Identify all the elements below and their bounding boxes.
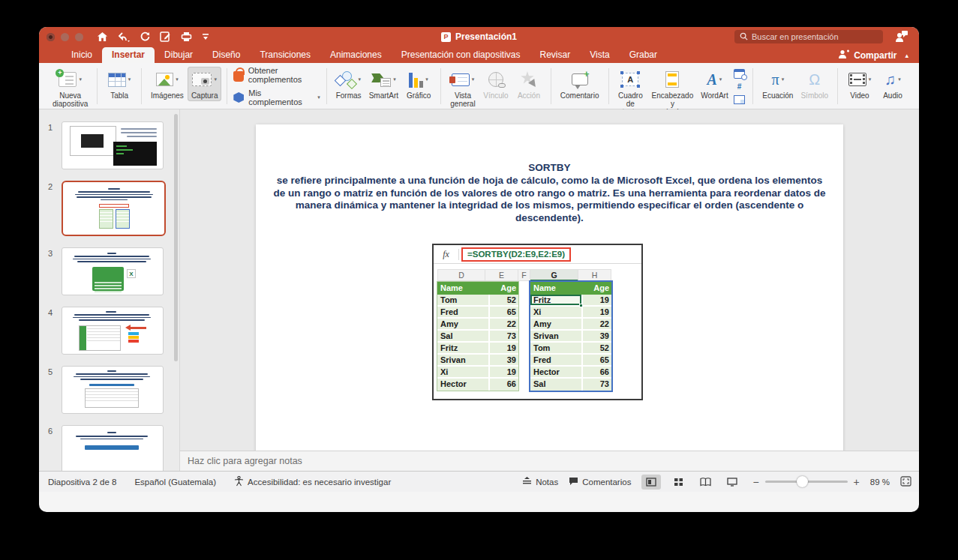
slide-sorter-view-button[interactable] <box>668 475 688 490</box>
slide-thumbnail-4[interactable] <box>62 307 164 355</box>
name-cell: Tom <box>530 343 581 353</box>
zoom-slider[interactable] <box>765 481 848 483</box>
redo-icon[interactable] <box>140 31 150 42</box>
source-age-header: Age <box>488 282 518 295</box>
slide-thumbnail-2-selected[interactable] <box>62 181 166 236</box>
overview-button[interactable]: ▾ Vista general <box>446 67 479 109</box>
table-row: Xi19 <box>530 307 611 319</box>
search-input[interactable]: Buscar en presentación <box>734 30 883 43</box>
zoom-control: − + <box>752 476 859 488</box>
share-button[interactable]: Compartir ▴ <box>838 49 908 61</box>
slide-body-text[interactable]: se refiere principalmente a una función … <box>273 175 825 224</box>
thumbnail-scrollbar[interactable] <box>174 114 178 361</box>
table-icon <box>108 73 126 87</box>
get-addins-button[interactable]: Obtener complementos <box>233 66 320 84</box>
qat-customize-icon[interactable] <box>202 33 209 40</box>
share-person-icon <box>838 49 850 61</box>
ribbon-collapse-icon[interactable]: ▴ <box>905 52 908 59</box>
powerpoint-doc-icon: P <box>441 32 451 42</box>
comment-button[interactable]: + Comentario <box>557 67 603 101</box>
age-cell: 73 <box>581 379 611 391</box>
undo-icon[interactable] <box>118 32 130 42</box>
name-cell: Srivan <box>437 355 488 365</box>
tab-inicio[interactable]: Inicio <box>62 47 102 63</box>
pictures-button[interactable]: ▾ Imágenes <box>147 67 188 101</box>
shapes-button[interactable]: ▾ Formas <box>332 67 365 101</box>
my-addins-button[interactable]: Mis complementos ▾ <box>233 88 320 106</box>
presenter-coach-icon[interactable] <box>895 30 908 46</box>
slide-counter[interactable]: Diapositiva 2 de 8 <box>48 478 116 487</box>
zoom-slider-thumb[interactable] <box>797 476 808 487</box>
age-cell: 66 <box>488 379 518 391</box>
minimize-window-button[interactable] <box>61 33 69 41</box>
zoom-in-button[interactable]: + <box>854 476 860 488</box>
column-header-h: H <box>578 269 611 281</box>
notes-pane[interactable]: Haz clic para agregar notas <box>180 451 919 471</box>
comments-icon <box>569 477 578 487</box>
home-icon[interactable] <box>97 31 108 42</box>
age-cell: 19 <box>488 343 518 353</box>
tab-presentacion[interactable]: Presentación con diapositivas <box>392 47 530 63</box>
notes-toggle[interactable]: Notas <box>522 477 558 487</box>
screenshot-button[interactable]: ▾ Captura <box>188 67 222 101</box>
current-slide[interactable]: SORTBY se refiere principalmente a una f… <box>256 124 843 454</box>
excel-formula: =SORTBY(D2:E9,E2:E9) <box>461 247 571 262</box>
tab-vista[interactable]: Vista <box>580 47 619 63</box>
search-icon <box>740 32 748 42</box>
column-header-d: D <box>437 269 485 281</box>
equation-button[interactable]: π▾ Ecuación <box>758 67 797 101</box>
save-icon[interactable] <box>160 31 171 42</box>
fit-slide-button[interactable] <box>900 476 911 488</box>
slide-canvas: SORTBY se refiere principalmente a una f… <box>180 109 919 471</box>
age-cell: 66 <box>581 367 611 377</box>
new-slide-button[interactable]: +▾ Nueva diapositiva <box>49 67 92 109</box>
slideshow-view-button[interactable] <box>722 475 742 490</box>
tab-insertar[interactable]: Insertar <box>102 47 155 63</box>
tab-transiciones[interactable]: Transiciones <box>250 47 320 63</box>
excel-screenshot-figure[interactable]: fx =SORTBY(D2:E9,E2:E9) D E F G H <box>432 244 643 400</box>
comments-toggle[interactable]: Comentarios <box>569 477 631 487</box>
slide-thumbnail-3[interactable]: X <box>62 247 164 295</box>
wordart-button[interactable]: A▾ WordArt <box>698 67 731 101</box>
tab-animaciones[interactable]: Animaciones <box>320 47 392 63</box>
tab-diseno[interactable]: Diseño <box>203 47 250 63</box>
print-icon[interactable] <box>181 31 192 42</box>
name-cell: Amy <box>437 319 488 329</box>
name-cell: Sal <box>530 379 581 391</box>
zoom-percentage[interactable]: 89 % <box>870 478 890 487</box>
slide-thumbnail-5[interactable] <box>62 366 164 414</box>
object-icon <box>734 95 745 104</box>
table-row: Fred65 <box>437 307 518 319</box>
video-button[interactable]: ▾ Video <box>843 67 876 101</box>
excel-column-headers: D E F G H <box>434 269 641 281</box>
normal-view-button[interactable] <box>641 475 661 490</box>
tab-revisar[interactable]: Revisar <box>530 47 580 63</box>
name-cell: Hector <box>530 367 581 377</box>
table-row: Hector66 <box>437 379 518 391</box>
age-cell: 52 <box>488 295 518 305</box>
close-window-button[interactable] <box>47 33 55 41</box>
slide-title[interactable]: SORTBY <box>256 162 843 173</box>
reading-view-button[interactable] <box>695 475 715 490</box>
notes-icon <box>522 477 532 487</box>
table-row: Tom52 <box>530 343 611 355</box>
chart-button[interactable]: ▾ Gráfico <box>402 67 435 101</box>
language-indicator[interactable]: Español (Guatemala) <box>134 478 216 487</box>
date-time-button[interactable] <box>732 68 746 79</box>
table-button[interactable]: ▾ Tabla <box>103 67 136 101</box>
accessibility-status[interactable]: Accesibilidad: es necesario investigar <box>234 476 391 488</box>
tab-dibujar[interactable]: Dibujar <box>155 47 203 63</box>
tab-grabar[interactable]: Grabar <box>620 47 667 63</box>
zoom-out-button[interactable]: − <box>752 476 758 488</box>
slide-number-button[interactable]: # <box>732 81 746 92</box>
smartart-button[interactable]: ▾ SmartArt <box>365 67 402 101</box>
age-cell: 19 <box>581 307 611 317</box>
zoom-window-button[interactable] <box>75 33 83 41</box>
thumbnail-row-3: 3 X <box>39 247 179 295</box>
slide-thumbnail-6[interactable] <box>62 425 164 471</box>
slide-thumbnail-1[interactable] <box>62 121 164 169</box>
audio-button[interactable]: ♫▾ Audio <box>876 67 909 101</box>
age-cell: 65 <box>488 307 518 317</box>
slide-thumbnail-panel: 1 2 <box>39 109 180 471</box>
object-button[interactable] <box>732 94 746 105</box>
